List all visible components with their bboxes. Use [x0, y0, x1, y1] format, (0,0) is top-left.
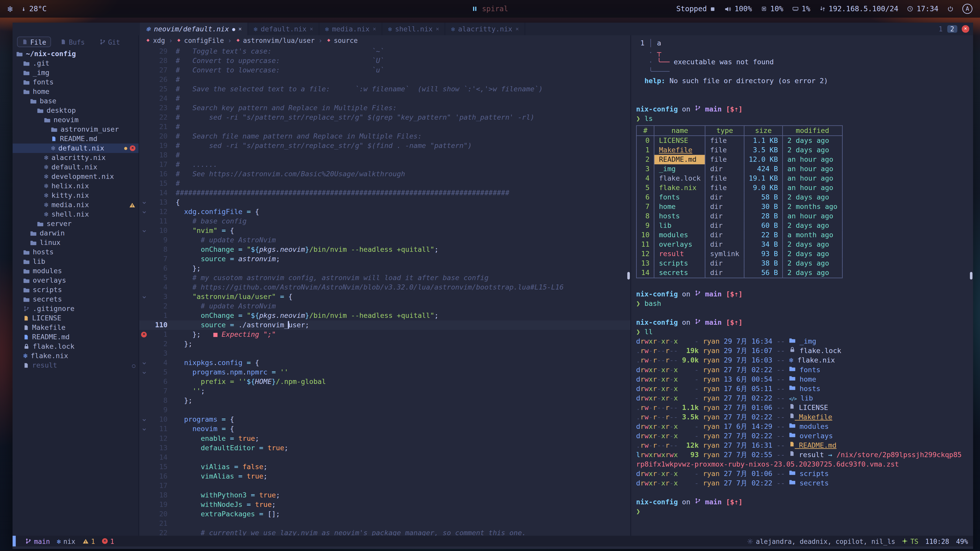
code-line[interactable]: 18# [139, 151, 630, 160]
memory-module[interactable]: 1% [792, 4, 810, 13]
diagnostic-errors[interactable]: × 1 [102, 537, 115, 545]
code-line[interactable]: 11 # base config [139, 217, 630, 226]
code-line[interactable]: 22# sed -ri "s/pattern_str/replace_str/g… [139, 113, 630, 122]
tree-item[interactable]: ❄helix.nix [13, 181, 138, 191]
file-explorer[interactable]: FileBufsGit ~/nix-config.git_imgfontshom… [13, 35, 139, 536]
source-tab-git[interactable]: Git [94, 37, 125, 47]
code-line[interactable]: 23# Search key pattern and Replace in Mu… [139, 103, 630, 113]
tree-item[interactable]: ❄shell.nix [13, 210, 138, 219]
code-line[interactable]: 3 [139, 349, 630, 358]
code-line[interactable]: 28# Convert to uppercase: `U` [139, 56, 630, 65]
tree-item[interactable]: ❄media.nix [13, 200, 138, 210]
code-line[interactable]: 25# Save the selected text to a file: `:… [139, 84, 630, 94]
tree-item[interactable]: astronvim_user [13, 125, 138, 134]
code-line[interactable]: 8 }; [139, 396, 630, 405]
code-line[interactable]: 14 [139, 453, 630, 462]
buffer-tab[interactable]: ❄media.nix× [320, 23, 383, 35]
tree-item[interactable]: scripts [13, 285, 138, 295]
tree-item[interactable]: LICENSE [13, 313, 138, 323]
tree-item[interactable]: ❄flake.nix [13, 351, 138, 361]
code-line[interactable]: 17 [139, 481, 630, 490]
buffer-tab[interactable]: ❄neovim/default.nix●× [140, 23, 248, 35]
code-line[interactable]: 4 # https://github.com/AstroNvim/AstroNv… [139, 283, 630, 292]
buffer-tab[interactable]: ❄shell.nix× [383, 23, 445, 35]
code-line[interactable]: 22 # currently we use lazy.nvim as neovi… [139, 528, 630, 536]
code-line[interactable]: 19# sed -ri "s/pattern_str/replace_str/g… [139, 141, 630, 151]
tree-item[interactable]: linux [13, 238, 138, 248]
tree-item[interactable]: _img [13, 68, 138, 78]
code-line[interactable]: 9 [139, 405, 630, 415]
code-line[interactable]: 5 # my cusotom astronvim config, astronv… [139, 273, 630, 283]
tree-item[interactable]: ❄alacritty.nix [13, 153, 138, 162]
tree-item[interactable]: modules [13, 266, 138, 276]
code-line[interactable]: 15# [139, 179, 630, 188]
buffer-tab[interactable]: ❄alacritty.nix× [445, 23, 525, 35]
tree-item[interactable]: desktop [13, 106, 138, 115]
code-line[interactable]: 21 [139, 519, 630, 528]
volume-module[interactable]: 100% [724, 4, 752, 13]
breadcrumb-item[interactable]: configFile [177, 37, 224, 44]
diagnostic-warnings[interactable]: 1 [82, 537, 95, 545]
tree-item[interactable]: result○ [13, 361, 138, 370]
close-buffer-icon[interactable]: × [515, 26, 519, 32]
code-line[interactable]: 7 source = astronvim; [139, 254, 630, 264]
close-buffer-icon[interactable]: × [436, 26, 439, 32]
tree-item[interactable]: home [13, 87, 138, 97]
code-line[interactable]: ×1 }; ■ Expecting ";" [139, 330, 630, 339]
code-line[interactable]: 7 ''; [139, 386, 630, 396]
code-line[interactable]: 11 neovim = { [139, 424, 630, 433]
tree-item[interactable]: lib [13, 257, 138, 266]
power-icon[interactable] [947, 6, 954, 12]
code-line[interactable]: 6 prefix = ''${HOME}/.npm-global [139, 377, 630, 386]
code-line[interactable]: 13 defaultEditor = true; [139, 443, 630, 453]
close-buffer-icon[interactable]: × [373, 26, 376, 32]
tree-item[interactable]: ❄default.nix●× [13, 144, 138, 153]
tree-item[interactable]: secrets [13, 295, 138, 304]
tree-item[interactable]: neovim [13, 115, 138, 125]
cpu-module[interactable]: 10% [761, 4, 783, 13]
close-buffer-icon[interactable]: × [310, 26, 313, 32]
tree-item[interactable]: .git [13, 59, 138, 68]
code-line[interactable]: 9 # update AstroNvim [139, 235, 630, 245]
workspace-name[interactable]: spiral [482, 4, 508, 13]
tree-item[interactable]: fonts [13, 78, 138, 87]
code-line[interactable]: 27# Convert to lowercase: `u` [139, 65, 630, 75]
breadcrumb-item[interactable]: xdg [145, 37, 165, 44]
editor-scrollbar-thumb[interactable] [627, 272, 630, 279]
code-line[interactable]: 12 xdg.configFile = { [139, 207, 630, 217]
tree-item[interactable]: flake.lock [13, 342, 138, 351]
code-area[interactable]: 29# Toggle text's case: `~`28# Convert t… [139, 45, 630, 536]
keyboard-layout[interactable]: A [963, 4, 972, 14]
git-branch[interactable]: main [25, 537, 50, 545]
tree-item[interactable]: server [13, 219, 138, 229]
tab-number[interactable]: 2 [947, 25, 957, 33]
code-line[interactable]: 4 nixpkgs.config = { [139, 358, 630, 368]
code-line[interactable]: 17# ...... [139, 160, 630, 169]
breadcrumb-item[interactable]: source [326, 37, 358, 44]
code-line[interactable]: 18 withPython3 = true; [139, 490, 630, 500]
source-tab-bufs[interactable]: Bufs [56, 37, 90, 47]
tree-item[interactable]: darwin [13, 229, 138, 238]
buffer-tab[interactable]: ❄default.nix× [248, 23, 320, 35]
code-line[interactable]: 8 onChange = "${pkgs.neovim}/bin/nvim --… [139, 245, 630, 254]
code-line[interactable]: 110 source = ./astronvim_user; [139, 321, 630, 330]
tree-item[interactable]: overlays [13, 276, 138, 285]
tree-item[interactable]: ❄kitty.nix [13, 191, 138, 200]
media-player-module[interactable]: Stopped [676, 4, 716, 13]
code-line[interactable]: 24# [139, 94, 630, 103]
code-line[interactable]: 19 withNodeJs = true; [139, 500, 630, 509]
code-line[interactable]: 5 programs.npm.npmrc = '' [139, 368, 630, 377]
tab-number[interactable]: 1 [937, 25, 945, 33]
code-line[interactable]: 21# [139, 122, 630, 132]
code-line[interactable]: 10 "nvim" = { [139, 226, 630, 235]
network-module[interactable]: 192.168.5.100/24 [819, 4, 898, 13]
nixos-logo-icon[interactable]: ❄ [8, 4, 13, 14]
tree-item[interactable]: .gitignore [13, 304, 138, 313]
code-line[interactable]: 13{ [139, 198, 630, 207]
code-line[interactable]: 14######################################… [139, 188, 630, 198]
tree-item[interactable]: ❄default.nix [13, 162, 138, 172]
tree-item[interactable]: Makefile [13, 323, 138, 332]
close-window-button[interactable]: × [962, 25, 969, 33]
code-line[interactable]: 10 programs = { [139, 415, 630, 424]
editor-pane[interactable]: xdg›configFile›astronvim/lua/user›source… [139, 35, 631, 536]
